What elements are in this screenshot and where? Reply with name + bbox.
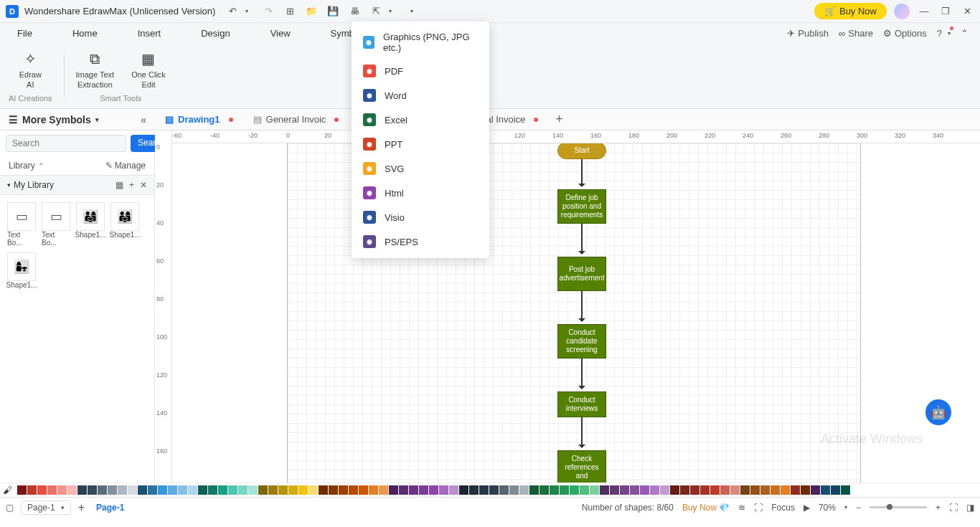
color-swatch[interactable] [319, 485, 328, 495]
color-swatch[interactable] [128, 485, 137, 495]
save-icon[interactable]: 💾 [327, 6, 339, 17]
color-swatch[interactable] [379, 485, 388, 495]
flowchart-process-node[interactable]: Conduct interviews [557, 391, 606, 417]
zoom-slider[interactable] [870, 506, 927, 508]
add-icon[interactable]: + [129, 180, 134, 190]
my-library-header[interactable]: ▾ My Library ▦ + ✕ [0, 175, 154, 195]
menu-file[interactable]: File [11, 25, 38, 42]
menu-home[interactable]: Home [67, 25, 103, 42]
color-swatch[interactable] [489, 485, 499, 495]
edraw-ai-button[interactable]: ✧ Edraw AI [19, 49, 42, 89]
buy-now-button[interactable]: 🛒Buy Now [814, 3, 887, 19]
collapse-ribbon-button[interactable]: ⌃ [961, 28, 969, 39]
color-swatch[interactable] [750, 485, 760, 495]
flowchart-start-node[interactable]: Start [557, 143, 606, 159]
shape-library-item[interactable]: ▭Text Bo... [42, 202, 70, 247]
color-swatch[interactable] [660, 485, 669, 495]
page-tab[interactable]: Page-1 [92, 503, 128, 513]
color-swatch[interactable] [88, 485, 97, 495]
export-menu-item[interactable]: ◉PS/EPS [352, 229, 489, 254]
shape-library-item[interactable]: 👨‍👩‍👧Shape1... [110, 202, 139, 247]
thumbnail-view-icon[interactable]: ▦ [116, 180, 123, 190]
flowchart-process-node[interactable]: Define job position and requirements [557, 189, 606, 224]
undo-icon[interactable]: ↶ [227, 6, 238, 17]
color-swatch[interactable] [399, 485, 408, 495]
color-swatch[interactable] [680, 485, 689, 495]
color-swatch[interactable] [339, 485, 348, 495]
export-menu-item[interactable]: ◉PDF [352, 59, 489, 83]
zoom-thumb[interactable] [887, 504, 892, 510]
color-swatch[interactable] [77, 485, 87, 495]
page-selector[interactable]: Page-1 ▾ [21, 500, 71, 515]
color-swatch[interactable] [409, 485, 418, 495]
maximize-button[interactable]: ❐ [938, 4, 953, 19]
color-swatch[interactable] [389, 485, 398, 495]
fullscreen-icon[interactable]: ⛶ [949, 503, 958, 513]
open-icon[interactable]: 📁 [306, 6, 317, 17]
color-swatch[interactable] [650, 485, 659, 495]
color-swatch[interactable] [258, 485, 268, 495]
zoom-out-button[interactable]: − [856, 503, 861, 513]
connector[interactable] [581, 159, 583, 186]
color-swatch[interactable] [37, 485, 47, 495]
color-swatch[interactable] [27, 485, 37, 495]
color-swatch[interactable] [670, 485, 679, 495]
menu-insert[interactable]: Insert [132, 25, 167, 42]
color-swatch[interactable] [509, 485, 519, 495]
color-swatch[interactable] [57, 485, 67, 495]
buy-now-link[interactable]: Buy Now 💎 [682, 503, 730, 513]
color-swatch[interactable] [550, 485, 559, 495]
color-swatch[interactable] [791, 485, 800, 495]
color-swatch[interactable] [108, 485, 117, 495]
color-swatch[interactable] [308, 485, 318, 495]
color-swatch[interactable] [469, 485, 479, 495]
publish-button[interactable]: ✈Publish [787, 28, 829, 39]
color-swatch[interactable] [590, 485, 599, 495]
color-swatch[interactable] [640, 485, 649, 495]
new-icon[interactable]: ⊞ [284, 6, 296, 17]
color-swatch[interactable] [208, 485, 217, 495]
new-tab-button[interactable]: + [548, 112, 570, 127]
color-swatch[interactable] [740, 485, 750, 495]
zoom-in-button[interactable]: + [936, 503, 941, 513]
color-swatch[interactable] [801, 485, 810, 495]
dropdown-icon[interactable]: ▾ [95, 116, 99, 123]
color-swatch[interactable] [499, 485, 509, 495]
color-swatch[interactable] [429, 485, 438, 495]
close-button[interactable]: ✕ [960, 4, 974, 19]
export-menu-item[interactable]: ◉Graphics (PNG, JPG etc.) [352, 26, 489, 59]
color-swatch[interactable] [198, 485, 207, 495]
color-swatch[interactable] [178, 485, 187, 495]
color-swatch[interactable] [610, 485, 619, 495]
color-swatch[interactable] [580, 485, 589, 495]
color-swatch[interactable] [188, 485, 197, 495]
chat-fab-button[interactable]: 🤖 [925, 399, 951, 425]
color-swatch[interactable] [821, 485, 830, 495]
undo-dropdown-icon[interactable]: ▾ [241, 6, 253, 17]
flowchart-process-node[interactable]: Conduct candidate screening [557, 324, 606, 359]
color-swatch[interactable] [17, 485, 27, 495]
zoom-level[interactable]: 70% [819, 503, 836, 513]
color-swatch[interactable] [419, 485, 428, 495]
menu-view[interactable]: View [265, 25, 296, 42]
export-menu-item[interactable]: ◉SVG [352, 156, 489, 181]
focus-button[interactable]: Focus [771, 503, 795, 513]
color-swatch[interactable] [479, 485, 489, 495]
color-swatch[interactable] [359, 485, 368, 495]
menu-design[interactable]: Design [195, 25, 235, 42]
color-swatch[interactable] [760, 485, 770, 495]
connector[interactable] [581, 359, 583, 389]
color-swatch[interactable] [268, 485, 278, 495]
color-swatch[interactable] [630, 485, 639, 495]
color-swatch[interactable] [98, 485, 107, 495]
color-swatch[interactable] [329, 485, 338, 495]
export-menu-item[interactable]: ◉Visio [352, 205, 489, 229]
redo-icon[interactable]: ↷ [263, 6, 274, 17]
expand-icon[interactable]: ⌃ [38, 162, 44, 170]
search-input[interactable] [6, 135, 126, 152]
close-panel-icon[interactable]: ✕ [140, 180, 147, 190]
presentation-icon[interactable]: ▶ [804, 503, 810, 513]
image-text-extraction-button[interactable]: ⧉ Image Text Extraction [76, 49, 115, 89]
minimize-button[interactable]: — [917, 4, 931, 19]
document-tab[interactable]: ▤General Invoic [243, 109, 349, 130]
